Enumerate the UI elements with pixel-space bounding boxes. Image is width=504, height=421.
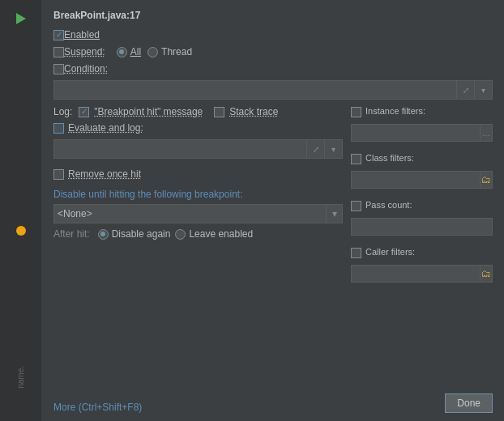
instance-filters-input[interactable]: [351, 124, 481, 142]
evaluate-log-checkbox[interactable]: [53, 123, 64, 134]
breakpoint-dialog: BreakPoint.java:17 Enabled Suspend: All: [42, 0, 504, 421]
evaluate-input[interactable]: [53, 139, 307, 159]
leave-enabled-wrap: Leave enabled: [175, 228, 253, 240]
suspend-label: Suspend:: [64, 46, 105, 57]
right-panel: Instance filters: … Class filters:: [351, 106, 493, 413]
leave-enabled-radio[interactable]: [175, 229, 186, 240]
class-filters-row: Class filters:: [351, 153, 493, 165]
all-label: All: [130, 46, 141, 57]
disable-again-label: Disable again: [112, 228, 171, 240]
disable-again-wrap: Disable again: [98, 228, 171, 240]
left-panel: Log: "Breakpoint hit" message Stack trac…: [53, 106, 343, 413]
breakpoint-hit-label: "Breakpoint hit" message: [94, 106, 203, 117]
thread-label: Thread: [161, 46, 192, 57]
breakpoint-hit-checkbox[interactable]: [79, 107, 89, 117]
caller-filters-row: Caller filters:: [351, 247, 493, 259]
sidebar: name.: [0, 0, 42, 421]
disable-until-row: Disable until hitting the following brea…: [53, 189, 343, 200]
instance-filters-btn[interactable]: …: [481, 124, 493, 142]
play-icon[interactable]: [16, 13, 26, 24]
all-radio[interactable]: [117, 47, 127, 57]
suspend-radio-group: All Thread: [117, 46, 192, 57]
condition-checkbox[interactable]: [53, 64, 64, 74]
instance-filters-input-row: …: [351, 124, 493, 142]
condition-row: Condition:: [53, 63, 493, 74]
condition-label: Condition:: [64, 63, 108, 74]
leave-enabled-label: Leave enabled: [189, 228, 253, 240]
after-hit-row: After hit: Disable again Leave enabled: [53, 228, 343, 240]
suspend-checkbox[interactable]: [53, 47, 64, 57]
thread-radio-wrap: Thread: [147, 46, 192, 57]
remove-once-hit-checkbox[interactable]: [53, 169, 64, 180]
caller-filters-checkbox[interactable]: [351, 248, 361, 258]
remove-once-hit-row: Remove once hit: [53, 168, 343, 180]
sidebar-name-label: name.: [16, 366, 25, 389]
disable-again-radio[interactable]: [98, 229, 109, 240]
caller-filters-section: Caller filters: 🗂: [351, 247, 493, 283]
pass-count-row: Pass count:: [351, 200, 493, 212]
stack-trace-checkbox[interactable]: [214, 107, 224, 117]
class-filters-input[interactable]: [351, 171, 481, 189]
log-label: Log:: [53, 106, 72, 117]
dialog-title: BreakPoint.java:17: [53, 10, 493, 21]
class-filters-folder-icon: 🗂: [481, 174, 491, 185]
instance-filters-row: Instance filters:: [351, 106, 493, 118]
class-filters-label: Class filters:: [365, 153, 414, 163]
caller-filters-folder-btn[interactable]: 🗂: [481, 265, 493, 283]
none-dropdown-arrow[interactable]: ▾: [327, 204, 343, 223]
pass-count-section: Pass count:: [351, 200, 493, 236]
remove-once-hit-label: Remove once hit: [68, 168, 141, 180]
footer-row: More (Ctrl+Shift+F8): [53, 397, 343, 413]
condition-dropdown-btn[interactable]: ▾: [475, 80, 493, 100]
pass-count-label: Pass count:: [365, 200, 412, 210]
breakpoint-dot: [16, 226, 26, 236]
instance-filters-label: Instance filters:: [365, 106, 425, 116]
suspend-row: Suspend: All Thread: [53, 46, 493, 57]
done-button[interactable]: Done: [445, 393, 493, 413]
caller-filters-folder-icon: 🗂: [481, 268, 491, 279]
evaluate-log-label: Evaluate and log:: [68, 122, 143, 134]
evaluate-log-row: Evaluate and log:: [53, 122, 343, 134]
enabled-row: Enabled: [53, 29, 493, 40]
none-dropdown[interactable]: <None>: [53, 204, 327, 223]
done-btn-wrap: Done: [351, 393, 493, 413]
evaluate-input-row: ⤢ ▾: [53, 139, 343, 159]
caller-filters-label: Caller filters:: [365, 247, 415, 257]
none-dropdown-wrap: <None> ▾: [53, 204, 343, 223]
class-filters-section: Class filters: 🗂: [351, 153, 493, 189]
instance-filters-checkbox[interactable]: [351, 107, 361, 117]
log-row: Log: "Breakpoint hit" message Stack trac…: [53, 106, 343, 117]
evaluate-expand-btn[interactable]: ⤢: [307, 139, 325, 159]
enabled-label: Enabled: [64, 29, 100, 40]
all-radio-wrap: All: [117, 46, 141, 57]
more-link[interactable]: More (Ctrl+Shift+F8): [53, 402, 142, 413]
evaluate-dropdown-btn[interactable]: ▾: [325, 139, 343, 159]
class-filters-folder-btn[interactable]: 🗂: [481, 171, 493, 189]
instance-filters-section: Instance filters: …: [351, 106, 493, 142]
disable-until-label: Disable until hitting the following brea…: [53, 189, 242, 200]
caller-filters-input[interactable]: [351, 265, 481, 283]
pass-count-input-row: [351, 218, 493, 236]
condition-input-wrap: ⤢ ▾: [53, 80, 493, 100]
content-area: Log: "Breakpoint hit" message Stack trac…: [53, 106, 493, 413]
after-hit-label: After hit:: [53, 228, 90, 240]
thread-radio[interactable]: [147, 47, 158, 57]
stack-trace-label: Stack trace: [229, 106, 278, 117]
enabled-checkbox[interactable]: [53, 30, 64, 40]
condition-expand-btn[interactable]: ⤢: [457, 80, 475, 100]
class-filters-checkbox[interactable]: [351, 154, 361, 164]
class-filters-input-row: 🗂: [351, 171, 493, 189]
pass-count-checkbox[interactable]: [351, 201, 361, 211]
caller-filters-input-row: 🗂: [351, 265, 493, 283]
condition-input[interactable]: [53, 80, 457, 100]
pass-count-input[interactable]: [351, 218, 493, 236]
